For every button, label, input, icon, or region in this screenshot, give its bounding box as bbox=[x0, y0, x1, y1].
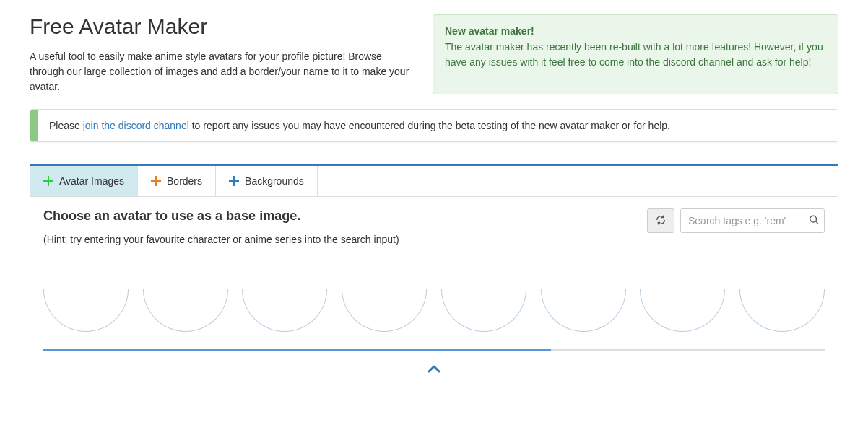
avatar-slot[interactable] bbox=[43, 289, 129, 332]
tab-avatar-images[interactable]: Avatar Images bbox=[30, 166, 138, 196]
search-row bbox=[647, 208, 825, 233]
avatar-slot[interactable] bbox=[739, 289, 825, 332]
banner-content: Please join the discord channel to repor… bbox=[38, 110, 682, 141]
svg-line-1 bbox=[816, 221, 819, 224]
discord-banner: Please join the discord channel to repor… bbox=[30, 109, 838, 142]
refresh-button[interactable] bbox=[647, 208, 674, 233]
banner-prefix: Please bbox=[49, 120, 83, 131]
page-subtitle: A useful tool to easily make anime style… bbox=[30, 49, 411, 94]
plus-icon bbox=[229, 176, 239, 186]
avatar-slot[interactable] bbox=[342, 289, 427, 332]
refresh-icon bbox=[656, 215, 666, 227]
search-input[interactable] bbox=[680, 208, 825, 233]
avatar-slot[interactable] bbox=[441, 289, 526, 332]
banner-accent bbox=[30, 110, 38, 141]
main-panel: Avatar Images Borders Backgrounds Choose… bbox=[30, 164, 838, 397]
discord-link[interactable]: join the discord channel bbox=[83, 120, 189, 131]
progress-track bbox=[43, 349, 825, 351]
banner-suffix: to report any issues you may have encoun… bbox=[189, 120, 670, 131]
section-heading: Choose an avatar to use as a base image. bbox=[43, 208, 399, 224]
avatar-slot[interactable] bbox=[541, 289, 626, 332]
alert-box: New avatar maker! The avatar maker has r… bbox=[433, 14, 838, 94]
section-hint: (Hint: try entering your favourite chara… bbox=[43, 234, 399, 245]
plus-icon bbox=[151, 176, 161, 186]
progress-bar bbox=[43, 349, 551, 351]
page-title: Free Avatar Maker bbox=[30, 14, 411, 39]
avatar-row bbox=[43, 289, 825, 332]
tabs-row: Avatar Images Borders Backgrounds bbox=[30, 166, 838, 197]
tab-label: Avatar Images bbox=[59, 175, 124, 187]
chevron-up-icon[interactable] bbox=[427, 364, 441, 377]
plus-icon bbox=[43, 176, 53, 186]
svg-point-0 bbox=[810, 216, 817, 222]
tab-borders[interactable]: Borders bbox=[138, 166, 216, 196]
tab-backgrounds[interactable]: Backgrounds bbox=[216, 166, 318, 196]
avatar-slot[interactable] bbox=[242, 289, 327, 332]
avatar-slot[interactable] bbox=[640, 289, 725, 332]
search-icon bbox=[809, 215, 819, 227]
alert-title: New avatar maker! bbox=[445, 25, 826, 37]
alert-text: The avatar maker has recently been re-bu… bbox=[445, 40, 826, 70]
avatar-slot[interactable] bbox=[143, 289, 228, 332]
tab-label: Backgrounds bbox=[245, 175, 304, 187]
tab-label: Borders bbox=[167, 175, 202, 187]
